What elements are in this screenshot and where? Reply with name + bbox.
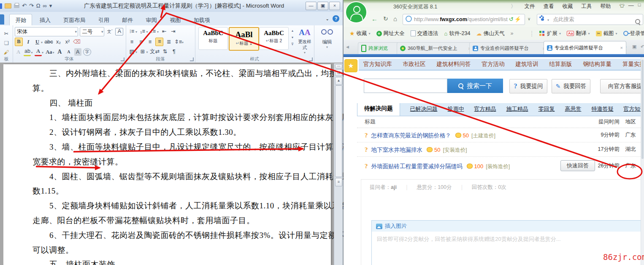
auto-refresh-icon[interactable]: ↺ — [509, 14, 514, 25]
file-tab[interactable] — [0, 14, 4, 25]
paragraph-dialog-launcher-icon[interactable] — [190, 57, 194, 61]
styles-gallery-expand-icon[interactable]: ⊽ — [291, 42, 294, 46]
bookmark-traffic[interactable]: 交通违法 — [411, 30, 438, 37]
screenshot-button[interactable]: ✂截图▾ — [596, 30, 617, 37]
ribbon-tab-review[interactable]: 审阅 — [141, 14, 162, 26]
bookmark-software[interactable]: ⌂软件-234 — [444, 30, 471, 37]
bookmarks-overflow-icon[interactable]: » — [510, 30, 513, 36]
collapse-tabs-icon[interactable]: ◀ — [346, 45, 349, 49]
speed-lightning-icon[interactable]: ⚡ — [514, 14, 521, 25]
ribbon-tab-references[interactable]: 引用 — [93, 14, 115, 26]
font-dialog-launcher-icon[interactable] — [121, 57, 124, 61]
qtab-solved[interactable]: 已解决问题 — [410, 105, 438, 113]
favorites-button[interactable]: ★收藏▾ — [349, 30, 371, 37]
menu-file[interactable]: 文件 — [525, 3, 535, 10]
word-minimize-button[interactable]: — — [306, 2, 317, 10]
menu-view[interactable]: 查看 — [544, 3, 554, 10]
symbol-omega-icon[interactable]: Ω — [36, 2, 41, 10]
paragraph-mark-icon[interactable]: ¶ — [170, 48, 178, 55]
asian-layout-icon[interactable]: 文⇄ — [150, 48, 160, 55]
contact-service-button[interactable]: 向官方客服提 — [600, 79, 644, 93]
font-color-icon[interactable]: A — [35, 47, 42, 56]
align-center-icon[interactable]: ≡ — [137, 38, 144, 46]
menu-help[interactable]: 帮助 — [601, 3, 611, 10]
url-field[interactable]: http://www.fwxgx.com/question/giml/list … — [403, 14, 525, 25]
reopen-closed-tab-icon[interactable]: ↶ — [641, 44, 644, 50]
qtab-voting[interactable]: 投票中 — [448, 105, 464, 113]
save-icon[interactable] — [0, 3, 2, 9]
answer-button[interactable]: ✎我要回答 — [552, 79, 590, 93]
tab-qa-platform-2-active[interactable]: 专业造价问题答疑平台× — [544, 41, 626, 54]
increase-indent-icon[interactable]: ⇥ — [170, 27, 177, 35]
browser-maximize-button[interactable]: □ — [638, 2, 641, 8]
browse-object-button[interactable]: ≡ — [335, 178, 342, 186]
bookmark-weather[interactable]: ☁佛山天气 — [476, 30, 504, 37]
decrease-indent-icon[interactable]: ⇤ — [160, 27, 168, 35]
customize-qat-chevron-icon[interactable]: ▾ — [49, 2, 52, 10]
line-spacing-icon[interactable]: ⇕≡ — [174, 38, 182, 46]
print-icon[interactable] — [14, 4, 19, 8]
copy-icon[interactable]: ❏ — [3, 39, 10, 47]
borders-icon[interactable]: ⊞ — [139, 48, 146, 55]
highlight-color-icon[interactable]: ab — [24, 47, 31, 56]
extensions-button[interactable]: 扩展▾ — [539, 30, 561, 37]
nav-settlement[interactable]: 结算新版 — [549, 60, 572, 68]
ribbon-tab-insert[interactable]: 插入 — [34, 14, 56, 26]
tab-close-icon[interactable]: × — [620, 45, 623, 50]
site-search-button[interactable]: 搜索一下 — [447, 79, 503, 93]
word-vertical-scrollbar[interactable]: — ❏ ▲ ≡ — [334, 63, 343, 265]
chrome-search-box[interactable]: ▾ 点此搜索 — [537, 14, 643, 25]
undo-icon[interactable]: ↶ — [22, 2, 27, 10]
phonetic-guide-icon[interactable]: 文¨ — [106, 28, 114, 36]
distribute-icon[interactable]: ≣ — [165, 38, 173, 46]
login-manager-button[interactable]: 登录管 — [623, 30, 644, 37]
url-dropdown-icon[interactable]: ∨ — [528, 16, 530, 21]
qtab-construction-picks[interactable]: 施工精品 — [506, 105, 528, 113]
sort-icon[interactable]: ⇅ — [161, 48, 168, 55]
autoshape-infinity-icon[interactable]: ∞ — [43, 2, 47, 10]
italic-button[interactable]: I — [24, 38, 32, 46]
scroll-up-arrow[interactable]: ▲ — [335, 77, 342, 85]
insert-image-bar[interactable]: 插入图片 — [372, 221, 644, 232]
nav-steel-quantity[interactable]: 钢结构算量 — [583, 60, 612, 68]
favorites-sidebar-star-icon[interactable]: ★ — [344, 59, 357, 72]
clear-formatting-icon[interactable]: ⌫ — [73, 38, 81, 46]
redo-icon[interactable]: ↷ — [29, 2, 34, 10]
menu-tools[interactable]: 工具 — [582, 3, 592, 10]
tab-cross-screen[interactable]: 跨屏浏览 — [358, 42, 402, 54]
help-icon[interactable]: ? — [333, 15, 339, 22]
translate-button[interactable]: Aa翻译▾ — [567, 30, 590, 37]
justify-icon[interactable]: ≡ — [155, 38, 163, 46]
style-card-heading2[interactable]: AaBbC ↵标题 2 — [259, 27, 289, 50]
tab-360-nav[interactable]: 360导航_新一代安全上× — [397, 42, 474, 54]
question-link[interactable]: 地下室水井地漏排水 — [371, 147, 423, 153]
style-card-title[interactable]: AaBbC 标题 — [198, 27, 228, 50]
superscript-button[interactable]: x² — [64, 38, 71, 46]
font-size-combo[interactable]: 二号▾ — [80, 27, 104, 36]
word-close-button[interactable]: × — [329, 2, 340, 10]
text-effects-icon[interactable]: A — [15, 48, 22, 56]
search-engine-paw-icon[interactable] — [541, 18, 544, 21]
change-styles-button[interactable]: 更改样式 — [296, 39, 313, 51]
ribbon-tab-page-layout[interactable]: 页面布局 — [58, 14, 91, 26]
styles-dialog-launcher-icon[interactable] — [309, 57, 313, 61]
select-browse-icon[interactable]: ❏ — [335, 69, 342, 76]
qtab-zero-replies[interactable]: 零回复 — [538, 105, 555, 113]
grow-font-icon[interactable]: A — [56, 48, 63, 56]
styles-scroll-up-icon[interactable]: ▴ — [292, 29, 293, 33]
menu-favorites[interactable]: 收藏 — [563, 3, 573, 10]
user-avatar[interactable] — [346, 2, 366, 22]
format-painter-icon[interactable]: 🖌︎ — [3, 49, 10, 56]
open-folder-icon[interactable] — [5, 3, 11, 8]
split-handle[interactable]: — — [335, 64, 342, 68]
bullets-icon[interactable]: ⁝≡ — [128, 27, 135, 35]
style-card-heading1[interactable]: AaBl ↵标题 1 — [229, 27, 259, 51]
underline-button[interactable]: U — [34, 38, 41, 46]
question-link[interactable]: 外墙面贴砖工程量需要减掉分隔缝吗 — [371, 163, 463, 169]
browser-minimize-button[interactable]: — — [628, 2, 634, 8]
answer-textarea[interactable]: 回答即可得2分贡献分，回答被采纳获得系统赠送20贡献分及提问者悬赏分... — [372, 232, 644, 247]
page-scrollbar-thumb[interactable] — [641, 60, 644, 159]
qtab-unsolved[interactable]: 待解决问题 — [357, 103, 400, 116]
tab-qa-platform-1[interactable]: 专业造价问题答疑平台× — [469, 42, 549, 54]
multilevel-list-icon[interactable]: ⁚≡ — [150, 27, 157, 35]
